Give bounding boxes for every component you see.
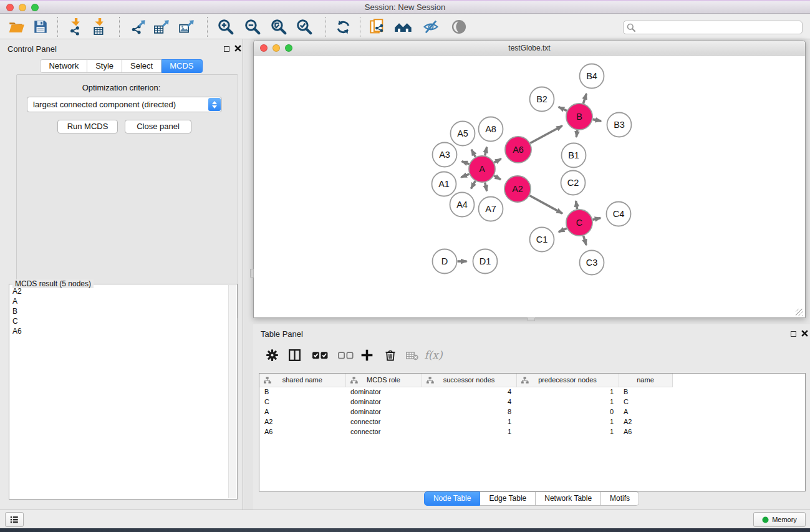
float-panel-icon[interactable] (224, 46, 229, 52)
network-minimize-button[interactable] (272, 44, 280, 52)
table-cell[interactable]: A6 (259, 427, 345, 437)
table-cell[interactable]: 1 (516, 387, 619, 397)
graph-edge-A-A4[interactable] (471, 181, 475, 188)
open-session-icon[interactable] (7, 17, 26, 36)
export-network-icon[interactable] (130, 17, 148, 36)
delete-column-icon[interactable] (381, 346, 400, 364)
show-graphics-details-icon[interactable] (450, 17, 468, 36)
graph-node-C4[interactable]: C4 (607, 202, 631, 226)
graph-node-A1[interactable]: A1 (432, 172, 456, 196)
graph-node-C3[interactable]: C3 (580, 251, 604, 275)
table-cell[interactable]: dominator (345, 387, 422, 397)
table-cell[interactable]: 1 (422, 427, 516, 437)
network-canvas[interactable]: B4B2BB3A5A8A6A3B1AC2A1A2A4A7C4CC1DD1C3 (254, 56, 804, 317)
resize-grip-icon[interactable] (796, 309, 803, 316)
memory-button[interactable]: Memory (753, 512, 806, 527)
table-cell[interactable]: 4 (422, 397, 516, 407)
graph-edge-A-A6[interactable] (494, 159, 501, 163)
horizontal-scroll-thumb[interactable] (528, 317, 535, 321)
graph-edge-B-B4[interactable] (583, 94, 586, 104)
maximize-window-button[interactable] (31, 4, 39, 11)
graph-node-B2[interactable]: B2 (530, 87, 554, 112)
graph-node-B4[interactable]: B4 (580, 64, 604, 89)
table-cell[interactable]: C (259, 397, 345, 407)
graph-node-A4[interactable]: A4 (450, 193, 475, 217)
table-row[interactable]: Cdominator41C (259, 397, 672, 407)
graph-node-A7[interactable]: A7 (479, 197, 503, 221)
table-cell[interactable]: C (619, 397, 672, 407)
graph-node-B[interactable]: B (566, 104, 592, 130)
graph-edge-A-A2[interactable] (494, 176, 501, 180)
table-cell[interactable]: A (619, 407, 672, 417)
graph-node-C2[interactable]: C2 (561, 171, 586, 195)
zoom-fit-icon[interactable] (269, 17, 288, 36)
tab-edge-table[interactable]: Edge Table (480, 491, 536, 506)
graph-node-D1[interactable]: D1 (473, 249, 498, 274)
export-table-icon[interactable] (153, 17, 171, 36)
table-cell[interactable]: 1 (516, 427, 619, 437)
table-cell[interactable]: 0 (516, 407, 619, 417)
search-field[interactable] (623, 21, 803, 34)
table-close-panel-icon[interactable] (801, 330, 808, 337)
graph-edge-B-B3[interactable] (593, 119, 602, 121)
zoom-selected-icon[interactable] (295, 17, 314, 36)
graph-node-C[interactable]: C (566, 210, 592, 236)
graph-node-C1[interactable]: C1 (530, 228, 554, 252)
column-header-predecessor-nodes[interactable]: predecessor nodes (516, 374, 619, 387)
table-cell[interactable]: B (259, 387, 345, 397)
graph-edge-C-C3[interactable] (584, 236, 587, 245)
graph-node-A5[interactable]: A5 (451, 122, 475, 146)
table-cell[interactable]: 1 (516, 397, 619, 407)
table-row[interactable]: A2connector11A2 (259, 417, 672, 427)
table-cell[interactable]: A2 (619, 417, 672, 427)
tab-select[interactable]: Select (122, 59, 162, 73)
table-row[interactable]: A6connector11A6 (259, 427, 672, 437)
close-window-button[interactable] (6, 4, 14, 11)
node-table[interactable]: shared nameMCDS rolesuccessor nodesprede… (259, 374, 673, 437)
home-icon[interactable] (394, 17, 413, 36)
table-cell[interactable]: dominator (345, 407, 422, 417)
close-panel-button[interactable]: Close panel (125, 120, 191, 133)
graph-edge-A-A8[interactable] (485, 147, 487, 156)
select-all-checkboxes-icon[interactable] (311, 346, 329, 364)
graph-node-D[interactable]: D (433, 249, 457, 274)
tab-node-table[interactable]: Node Table (424, 491, 481, 506)
delete-table-icon[interactable] (403, 346, 422, 364)
graph-edge-A-A5[interactable] (471, 150, 475, 157)
column-header-successor-nodes[interactable]: successor nodes (422, 374, 516, 387)
mcds-result-item[interactable]: A6 (10, 326, 228, 336)
mcds-result-item[interactable]: A (10, 296, 228, 306)
network-close-button[interactable] (260, 44, 268, 52)
close-panel-icon[interactable] (234, 45, 241, 52)
mcds-result-item[interactable]: A2 (10, 286, 228, 296)
graph-edge-B-B1[interactable] (576, 130, 577, 137)
graph-edge-A2-C[interactable] (529, 196, 562, 214)
table-cell[interactable]: 1 (422, 417, 516, 427)
deselect-all-checkboxes-icon[interactable] (336, 346, 355, 364)
table-cell[interactable]: dominator (345, 397, 422, 407)
graph-node-A3[interactable]: A3 (433, 143, 457, 167)
tab-network-table[interactable]: Network Table (536, 491, 601, 506)
save-session-icon[interactable] (31, 17, 50, 36)
zoom-in-icon[interactable] (216, 17, 235, 36)
tab-network[interactable]: Network (40, 59, 87, 73)
vertical-scroll-thumb[interactable] (250, 269, 254, 278)
table-cell[interactable]: 4 (422, 387, 516, 397)
table-float-panel-icon[interactable] (791, 331, 796, 337)
graph-node-A[interactable]: A (469, 156, 495, 182)
criterion-dropdown[interactable]: largest connected component (directed) (27, 97, 222, 112)
mcds-result-list[interactable]: A2ABCA6 (10, 286, 228, 498)
graph-node-B3[interactable]: B3 (607, 113, 632, 137)
graph-node-B1[interactable]: B1 (562, 143, 586, 168)
graph-node-A2[interactable]: A2 (504, 176, 531, 202)
tab-mcds[interactable]: MCDS (162, 59, 202, 73)
tab-style[interactable]: Style (87, 59, 122, 73)
run-mcds-button[interactable]: Run MCDS (57, 120, 118, 133)
network-maximize-button[interactable] (285, 44, 292, 52)
new-network-from-selection-icon[interactable] (368, 17, 387, 36)
table-cell[interactable]: A2 (259, 417, 345, 427)
table-cell[interactable]: connector (345, 427, 422, 437)
minimize-window-button[interactable] (19, 4, 26, 11)
mcds-result-item[interactable]: C (10, 316, 228, 326)
settings-gear-icon[interactable] (263, 346, 281, 364)
